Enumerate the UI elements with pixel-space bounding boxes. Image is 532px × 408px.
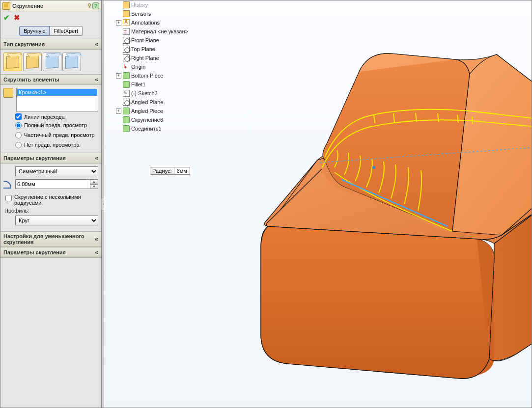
cancel-button[interactable]: ✖ [14, 13, 20, 22]
tree-item[interactable]: Fillet1 [108, 80, 206, 89]
radius-input[interactable] [15, 179, 90, 189]
selection-item[interactable]: Кромка<1> [17, 89, 97, 96]
tree-item[interactable]: Top Plane [108, 45, 206, 54]
feature-tree[interactable]: HistorySensors+AnnotationsМатериал <не у… [108, 0, 206, 133]
radio-no-preview[interactable] [15, 142, 22, 148]
expand-icon[interactable]: + [116, 73, 121, 79]
folder-icon [123, 10, 130, 17]
fillet-type-face[interactable] [43, 53, 61, 71]
tree-label: (-) Sketch3 [131, 90, 158, 96]
help-icon[interactable]: ? [92, 2, 99, 9]
profile-select[interactable]: Круг [15, 216, 98, 225]
radio-no-label: Нет предв. просмотра [24, 142, 80, 149]
tree-item[interactable]: +Angled Piece [108, 107, 206, 115]
callout-label: Радиус: [150, 167, 174, 175]
ann-icon [123, 19, 130, 26]
plane-icon [123, 99, 130, 106]
tree-label: Sensors [131, 11, 151, 17]
tree-item[interactable]: +Bottom Piece [108, 71, 206, 80]
origin-icon [123, 63, 130, 70]
collapse-icon: « [95, 236, 98, 243]
fillet-icon [2, 2, 10, 10]
tree-label: Right Plane [131, 55, 159, 61]
plane-icon [123, 54, 130, 61]
radio-partial-preview[interactable] [15, 132, 22, 138]
tree-item[interactable]: Right Plane [108, 54, 206, 62]
viewport[interactable]: HistorySensors+AnnotationsМатериал <не у… [104, 0, 532, 408]
expand-icon[interactable]: + [116, 20, 121, 26]
section-params2-header[interactable]: Параметры скругления« [0, 247, 101, 258]
collapse-icon: « [95, 249, 98, 256]
radio-full-label: Полный предв. просмотр [24, 122, 87, 129]
svg-line-5 [472, 116, 473, 124]
collapse-icon: « [95, 41, 98, 48]
tree-item[interactable]: Front Plane [108, 36, 206, 45]
symmetric-select[interactable]: Симметричный [15, 166, 98, 176]
section-params-body: Симметричный ▲▼ Скругление с несколькими… [0, 163, 101, 231]
chk-multi-label: Скругление с несколькими радиусами [14, 194, 98, 206]
folder-icon [123, 1, 130, 8]
section-items-header[interactable]: Скруглить элементы« [0, 74, 101, 85]
callout-value[interactable]: 6мм [174, 167, 190, 175]
chk-tangent-propagation[interactable] [15, 113, 22, 120]
chk-tangent-label: Линии перехода [24, 114, 65, 120]
tree-item[interactable]: +Annotations [108, 18, 206, 27]
spin-down[interactable]: ▼ [90, 184, 98, 189]
chk-multi-radius[interactable] [5, 195, 12, 201]
fillet-type-variable[interactable] [23, 53, 42, 71]
tree-label: Fillet1 [131, 82, 145, 87]
radio-full-preview[interactable] [15, 122, 22, 129]
expand-icon[interactable]: + [116, 109, 121, 114]
tab-filletxpert[interactable]: FilletXpert [50, 26, 83, 36]
tree-item[interactable]: Origin [108, 62, 206, 71]
model-render [222, 20, 532, 393]
tab-manual[interactable]: Вручную [19, 26, 50, 36]
tree-item[interactable]: Sensors [108, 9, 206, 18]
pin-icon[interactable]: ⚲ [87, 2, 91, 9]
tree-label: Origin [131, 64, 145, 70]
section-setback-header[interactable]: Настройки для уменьшенного скругления« [0, 231, 101, 247]
tree-item[interactable]: Angled Plane [108, 98, 206, 107]
tree-item[interactable]: Соединить1 [108, 124, 206, 133]
panel-title-bar: Скругление ⚲ ? [0, 0, 101, 11]
tree-label: Соединить1 [131, 126, 162, 132]
svg-point-6 [372, 166, 375, 169]
collapse-icon: « [95, 76, 98, 83]
tree-label: Top Plane [131, 46, 155, 52]
tree-item[interactable]: History [108, 0, 206, 9]
section-fillet-type-body [0, 50, 101, 74]
tree-label: Скругление6 [131, 117, 163, 123]
fillet-type-full[interactable] [62, 53, 81, 71]
profile-label: Профиль: [3, 207, 98, 216]
plane-icon [123, 37, 130, 44]
spin-up[interactable]: ▲ [90, 179, 98, 184]
mat-icon [123, 28, 130, 35]
section-params-header[interactable]: Параметры скругления« [0, 153, 101, 163]
feat-icon [123, 125, 130, 132]
property-manager-panel: Скругление ⚲ ? ✔ ✖ Вручную FilletXpert Т… [0, 0, 102, 408]
section-fillet-type-header[interactable]: Тип скругления« [0, 39, 101, 50]
selection-list[interactable]: Кромка<1> [16, 88, 98, 111]
tree-label: Front Plane [131, 37, 159, 43]
collapse-icon: « [95, 155, 98, 162]
confirm-row: ✔ ✖ [0, 11, 101, 25]
tree-label: Bottom Piece [131, 73, 163, 79]
tree-label: History [131, 2, 148, 8]
mode-tabs: Вручную FilletXpert [0, 25, 101, 39]
tree-item[interactable]: Скругление6 [108, 115, 206, 124]
fillet-type-constant[interactable] [3, 53, 22, 71]
sketch-icon [123, 90, 130, 97]
section-items-body: Кромка<1> Линии перехода Полный предв. п… [0, 85, 101, 153]
radio-partial-label: Частичный предв. просмотр [24, 132, 95, 139]
tree-label: Материал <не указан> [131, 28, 188, 34]
tree-item[interactable]: (-) Sketch3 [108, 89, 206, 98]
tree-label: Angled Piece [131, 108, 163, 114]
radius-callout[interactable]: Радиус: 6мм [150, 167, 190, 175]
plane-icon [123, 46, 130, 53]
edge-selection-icon [3, 88, 13, 98]
tree-item[interactable]: Материал <не указан> [108, 27, 206, 36]
tree-label: Angled Plane [131, 99, 163, 105]
ok-button[interactable]: ✔ [3, 13, 10, 22]
tree-label: Annotations [131, 20, 160, 26]
feat-icon [123, 81, 130, 88]
